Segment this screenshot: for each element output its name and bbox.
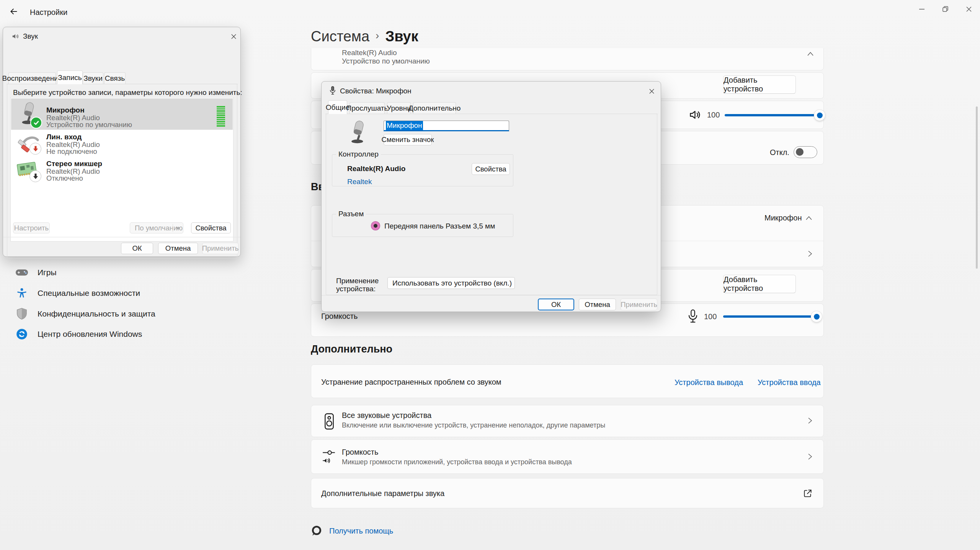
disabled-device-icon (29, 170, 41, 182)
all-sound-devices-row[interactable]: Все звуковые устройства Включение или вы… (311, 405, 824, 437)
apply-button[interactable]: Применить (621, 299, 657, 310)
output-volume-slider[interactable] (725, 114, 820, 116)
tab-communications[interactable]: Связь (104, 72, 126, 84)
dialog-close-button[interactable] (227, 30, 240, 42)
row-title: Дополнительные параметры звука (321, 489, 444, 498)
tab-listen[interactable]: Прослушать (350, 102, 385, 114)
sidebar-item-windows-update[interactable]: Центр обновления Windows (9, 324, 174, 344)
cancel-button[interactable]: Отмена (579, 299, 616, 310)
close-icon (230, 33, 237, 40)
change-icon-button[interactable]: Сменить значок (384, 134, 432, 145)
controller-properties-button[interactable]: Свойства (472, 163, 510, 175)
controller-legend: Контроллер (336, 150, 381, 158)
sidebar-item-label: Конфиденциальность и защита (38, 309, 155, 318)
tab-recording[interactable]: Запись (57, 70, 83, 84)
microphone-properties-dialog: Свойства: Микрофон Общие Прослушать Уров… (321, 81, 661, 312)
footer-divider (322, 295, 661, 295)
more-sound-settings-row[interactable]: Дополнительные параметры звука (311, 478, 824, 508)
device-status: Отключено (46, 174, 83, 183)
minimize-button[interactable] (910, 0, 933, 18)
output-volume-value: 100 (707, 111, 720, 119)
tab-levels[interactable]: Уровни (387, 102, 411, 114)
chevron-right-icon[interactable] (805, 249, 814, 258)
minimize-icon (918, 6, 925, 13)
configure-button[interactable]: Настроить (13, 222, 50, 233)
volume-mixer-row[interactable]: Громкость Микшер громкости приложений, у… (311, 439, 824, 474)
device-status: Устройство по умолчанию (342, 57, 430, 65)
breadcrumb: Система › Звук (311, 26, 418, 47)
chevron-up-icon (806, 50, 815, 59)
tab-advanced[interactable]: Дополнительно (413, 102, 456, 114)
tab-page (326, 114, 657, 295)
usage-label-line2: устройства: (336, 285, 379, 293)
get-help-link[interactable]: Получить помощь (329, 527, 393, 535)
breadcrumb-separator-icon: › (376, 29, 379, 42)
device-properties-button[interactable]: Свойства (191, 222, 231, 233)
controller-name: Realtek(R) Audio (347, 165, 405, 173)
chevron-up-icon[interactable] (804, 214, 813, 223)
default-output-device-card[interactable]: Realtek(R) Audio Устройство по умолчанию (311, 48, 824, 70)
jack-legend: Разъем (336, 210, 366, 218)
sidebar-item-label: Игры (38, 268, 57, 277)
input-volume-slider-thumb[interactable] (811, 311, 822, 322)
mute-label: Откл. (770, 148, 789, 157)
recording-instruction: Выберите устройство записи, параметры ко… (13, 88, 242, 97)
input-volume-slider[interactable] (723, 315, 817, 318)
cancel-button[interactable]: Отмена (158, 243, 198, 254)
sound-devices-icon (323, 412, 335, 432)
device-name: Микрофон (46, 106, 85, 114)
shield-icon (15, 308, 28, 320)
sound-dialog: Звук Воспроизведение Запись Звуки Связь … (3, 27, 241, 257)
dialog-close-button[interactable] (645, 85, 658, 97)
advanced-section-header: Дополнительно (311, 343, 392, 355)
external-link-icon (803, 488, 813, 500)
ok-button[interactable]: ОК (538, 299, 574, 310)
input-device-label: Микрофон (764, 214, 802, 222)
settings-window: Настройки Игры Специальные возможности К… (0, 0, 980, 550)
device-name-input[interactable]: Микрофон (384, 121, 509, 131)
mute-toggle[interactable] (794, 146, 817, 158)
breadcrumb-parent[interactable]: Система (311, 28, 369, 45)
toggle-knob (796, 148, 804, 156)
microphone-large-icon (346, 120, 371, 147)
back-button[interactable] (6, 4, 21, 19)
speaker-icon (689, 108, 702, 123)
add-input-device-button[interactable]: Добавить устройство (723, 275, 796, 293)
device-row-microphone[interactable]: Микрофон Realtek(R) Audio Устройство по … (11, 98, 233, 130)
input-devices-link[interactable]: Устройства ввода (758, 378, 821, 387)
tab-general[interactable]: Общие (328, 100, 347, 114)
close-button[interactable] (958, 0, 980, 18)
microphone-icon (687, 309, 699, 326)
back-arrow-icon (9, 7, 19, 16)
ok-button[interactable]: ОК (121, 243, 153, 254)
sidebar-item-privacy[interactable]: Конфиденциальность и защита (9, 304, 174, 324)
page-scrollbar[interactable] (976, 106, 978, 269)
usage-dropdown[interactable]: Использовать это устройство (вкл.) (387, 277, 515, 289)
device-vendor: Realtek(R) Audio (342, 49, 397, 57)
sidebar-item-label: Специальные возможности (38, 289, 140, 298)
tab-sounds[interactable]: Звуки (83, 72, 103, 84)
get-help-row[interactable]: Получить помощь (311, 525, 393, 537)
sidebar-item-accessibility[interactable]: Специальные возможности (9, 283, 174, 304)
chevron-right-icon (805, 452, 814, 461)
device-row-line-in[interactable]: Лин. вход Realtek(R) Audio Не подключено (11, 130, 233, 157)
usage-label: Применение устройства: (336, 277, 379, 293)
footer-divider (3, 237, 240, 237)
sidebar-item-gaming[interactable]: Игры (9, 262, 174, 283)
tab-playback[interactable]: Воспроизведение (8, 72, 56, 84)
restore-button[interactable] (934, 0, 957, 18)
controller-group: Контроллер Realtek(R) Audio Свойства Rea… (332, 154, 513, 186)
add-output-device-button[interactable]: Добавить устройство (723, 75, 796, 94)
troubleshoot-label: Устранение распространенных проблем со з… (321, 378, 501, 387)
set-default-button[interactable]: По умолчанию (130, 222, 183, 233)
not-connected-icon (29, 143, 41, 155)
volume-mixer-icon (322, 449, 336, 466)
device-listbox[interactable]: Микрофон Realtek(R) Audio Устройство по … (10, 97, 234, 242)
controller-link[interactable]: Realtek (347, 178, 372, 186)
windows-update-icon (15, 328, 28, 340)
device-row-stereo-mix[interactable]: Стерео микшер Realtek(R) Audio Отключено (11, 157, 233, 183)
close-icon (965, 6, 972, 13)
output-volume-slider-thumb[interactable] (814, 110, 825, 121)
apply-button[interactable]: Применить (202, 243, 238, 254)
output-devices-link[interactable]: Устройства вывода (675, 378, 743, 387)
